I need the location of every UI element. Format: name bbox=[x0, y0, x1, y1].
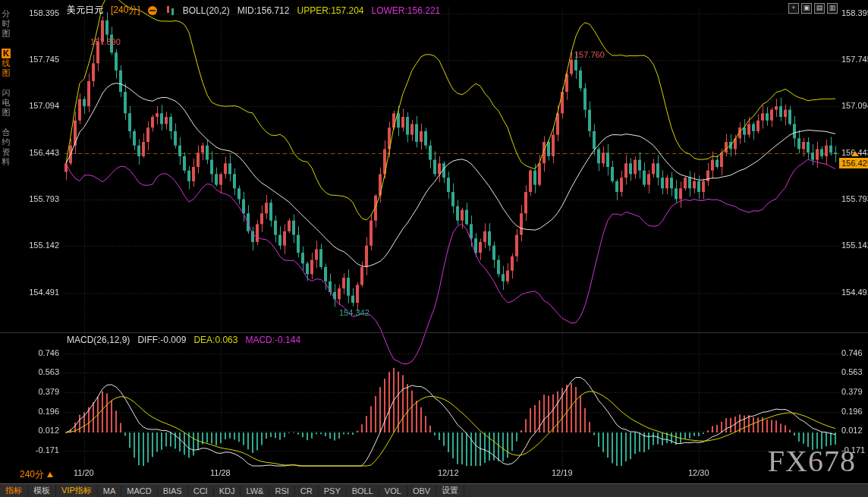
last-price-badge: 156.425 bbox=[839, 158, 868, 168]
footer-tab-kdj[interactable]: KDJ bbox=[214, 486, 241, 496]
single-panel-icon[interactable]: ▣ bbox=[801, 3, 812, 14]
macd-header: MACD(26,12,9) DIFF:-0.009 DEA:0.063 MACD… bbox=[67, 335, 300, 345]
footer-period-label: 240分 bbox=[20, 468, 44, 481]
sidebar-item-char: K bbox=[2, 49, 11, 58]
window-layout-icons: +▣▤▥ bbox=[788, 3, 838, 14]
sidebar-item-char: 资 bbox=[2, 147, 11, 157]
sidebar-item-kline-chart[interactable]: K线图 bbox=[2, 49, 11, 78]
footer-tab-indicator[interactable]: 指标 bbox=[0, 484, 28, 497]
footer-tab-vip-indicator[interactable]: VIP指标 bbox=[56, 484, 98, 497]
sidebar-item-char: 料 bbox=[2, 157, 11, 167]
footer-tab-rsi[interactable]: RSI bbox=[269, 486, 294, 496]
macd-dea-value: DEA:0.063 bbox=[193, 335, 237, 345]
candle-chart-icon bbox=[165, 5, 175, 16]
symbol-name: 美元日元 bbox=[67, 4, 103, 17]
footer-period-selector[interactable]: 240分 bbox=[20, 468, 53, 481]
chart-type-sidebar: 分时图K线图闪电图合约资料 bbox=[0, 0, 12, 497]
boll-lower-value: LOWER:156.221 bbox=[372, 5, 441, 16]
macd-indicator-label: MACD(26,12,9) bbox=[67, 335, 130, 345]
sidebar-item-char: 图 bbox=[2, 108, 11, 118]
sidebar-item-char: 分 bbox=[2, 9, 11, 19]
macd-diff-value: DIFF:-0.009 bbox=[137, 335, 186, 345]
sidebar-item-char: 合 bbox=[2, 127, 11, 137]
sidebar-item-char: 闪 bbox=[2, 88, 11, 98]
sidebar-item-contract-info[interactable]: 合约资料 bbox=[2, 127, 11, 167]
footer-tab-vol[interactable]: VOL bbox=[379, 486, 407, 496]
sidebar-item-lightning-chart[interactable]: 闪电图 bbox=[2, 88, 11, 118]
chevron-up-icon bbox=[47, 472, 53, 477]
chart-header: 美元日元 [240分] BOLL(20,2) MID:156.712 UPPER… bbox=[67, 4, 440, 17]
tile-columns-icon[interactable]: ▥ bbox=[827, 3, 838, 14]
indicator-toolbar: 指标模板VIP指标MAMACDBIASCCIKDJLW&RSICRPSYBOLL… bbox=[0, 483, 868, 497]
footer-tab-lw[interactable]: LW& bbox=[241, 486, 269, 496]
sidebar-item-char: 时 bbox=[2, 19, 11, 29]
footer-tab-macd[interactable]: MACD bbox=[121, 486, 157, 496]
sidebar-item-char: 线 bbox=[2, 58, 10, 68]
add-panel-icon[interactable]: + bbox=[788, 3, 799, 14]
footer-tab-template[interactable]: 模板 bbox=[28, 484, 56, 497]
sidebar-item-timeshare-chart[interactable]: 分时图 bbox=[2, 9, 11, 39]
panel-divider bbox=[0, 332, 868, 333]
boll-indicator-label: BOLL(20,2) bbox=[183, 5, 230, 16]
sidebar-item-char: 约 bbox=[2, 137, 11, 147]
sidebar-item-char: 图 bbox=[2, 29, 11, 39]
chart-application-window: 美元日元 [240分] BOLL(20,2) MID:156.712 UPPER… bbox=[0, 0, 868, 497]
footer-tab-settings[interactable]: 设置 bbox=[436, 484, 464, 497]
zoom-out-icon[interactable] bbox=[148, 6, 157, 15]
price-marker-arrow bbox=[851, 151, 859, 156]
footer-tab-ma[interactable]: MA bbox=[98, 486, 122, 496]
footer-tab-cci[interactable]: CCI bbox=[188, 486, 214, 496]
sidebar-item-char: 图 bbox=[2, 68, 10, 78]
footer-tab-psy[interactable]: PSY bbox=[319, 486, 347, 496]
period-label[interactable]: [240分] bbox=[111, 4, 140, 17]
footer-tab-obv[interactable]: OBV bbox=[407, 486, 436, 496]
sidebar-item-char: 电 bbox=[2, 98, 11, 108]
boll-mid-value: MID:156.712 bbox=[237, 5, 290, 16]
macd-bar-value: MACD:-0.144 bbox=[245, 335, 300, 345]
footer-tab-bias[interactable]: BIAS bbox=[158, 486, 188, 496]
footer-tab-boll[interactable]: BOLL bbox=[347, 486, 379, 496]
chart-canvas[interactable] bbox=[0, 0, 868, 497]
tile-rows-icon[interactable]: ▤ bbox=[814, 3, 825, 14]
boll-upper-value: UPPER:157.204 bbox=[297, 5, 363, 16]
footer-tab-cr[interactable]: CR bbox=[295, 486, 319, 496]
fx678-watermark: FX678 bbox=[768, 443, 856, 479]
